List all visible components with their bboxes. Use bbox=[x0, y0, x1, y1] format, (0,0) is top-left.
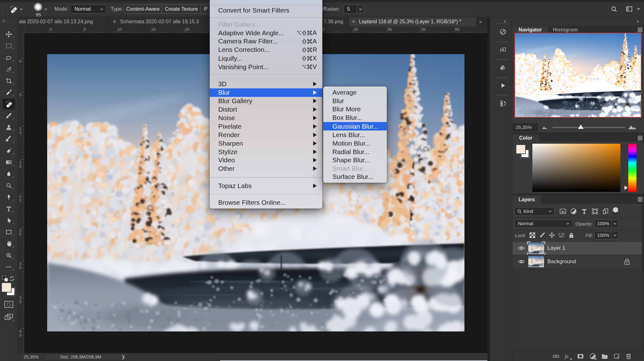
svg-text:fx: fx bbox=[565, 353, 569, 359]
